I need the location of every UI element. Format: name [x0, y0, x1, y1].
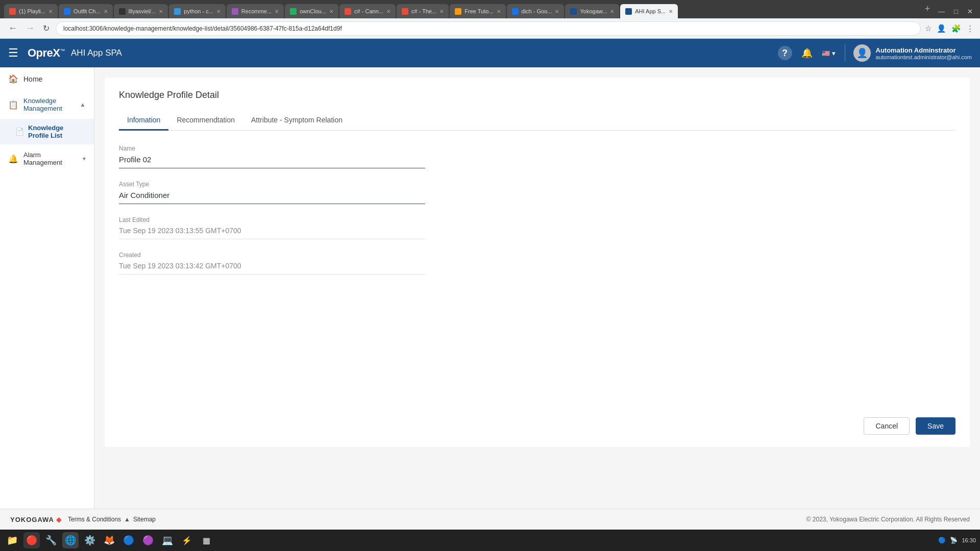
browser-tab-tab-free[interactable]: Free Tuto... ✕: [450, 4, 505, 18]
extension-icon[interactable]: 🧩: [951, 24, 961, 33]
hamburger-icon[interactable]: ☰: [8, 46, 18, 60]
sidebar-item-knowledge-profile-list[interactable]: 📄 Knowledge Profile List: [0, 119, 94, 144]
tab-label: Illyasviel/...: [129, 8, 156, 14]
maximize-button[interactable]: □: [951, 7, 961, 16]
tab-close-icon[interactable]: ✕: [555, 9, 559, 14]
close-button[interactable]: ✕: [964, 7, 976, 16]
app-header: ☰ OpreX™ AHI App SPA ? 🔔 🇺🇸 ▾ 👤 Automati…: [0, 39, 980, 67]
tab-close-icon[interactable]: ✕: [497, 9, 501, 14]
tab-favicon: [290, 8, 297, 15]
tab-close-icon[interactable]: ✕: [48, 9, 53, 14]
sidebar-item-alarm-management[interactable]: 🔔 Alarm Management ▾: [0, 144, 94, 173]
help-icon[interactable]: ?: [778, 46, 792, 60]
footer: YOKOGAWA ◆ Terms & Conditions ▲ Sitemap …: [0, 509, 980, 530]
browser-tab-tab-playlist[interactable]: (1) Playli... ✕: [4, 4, 58, 18]
tab-favicon: [455, 8, 461, 15]
page-title: Knowledge Profile Detail: [119, 90, 955, 101]
content-area: Knowledge Profile Detail Infomation Reco…: [94, 67, 980, 509]
browser-window-controls: — □ ✕: [935, 7, 976, 18]
browser-tab-tab-dich[interactable]: dich - Goo... ✕: [507, 4, 565, 18]
tab-favicon: [64, 8, 70, 15]
sitemap-link[interactable]: Sitemap: [133, 516, 156, 523]
field-last-edited: Last Edited Tue Sep 19 2023 03:13:55 GMT…: [119, 216, 955, 239]
cancel-button[interactable]: Cancel: [864, 417, 910, 435]
bottom-actions: Cancel Save: [119, 417, 955, 435]
notification-icon[interactable]: 🔔: [801, 47, 813, 59]
home-icon: 🏠: [8, 74, 18, 84]
tab-favicon: [119, 8, 126, 15]
tab-label: python - c...: [184, 8, 213, 14]
sidebar-item-kpl-label: Knowledge Profile List: [28, 124, 86, 139]
browser-action-icons: ☆ 👤 🧩 ⋮: [925, 24, 974, 33]
sidebar-item-knowledge-management[interactable]: 📋 Knowledge Management ▲: [0, 90, 94, 119]
last-edited-value: Tue Sep 19 2023 03:13:55 GMT+0700: [119, 227, 425, 239]
tab-close-icon[interactable]: ✕: [669, 9, 673, 14]
language-selector[interactable]: 🇺🇸 ▾: [822, 49, 836, 57]
content-card: Knowledge Profile Detail Infomation Reco…: [105, 78, 970, 447]
sidebar-item-home[interactable]: 🏠 Home: [0, 67, 94, 90]
sidebar-item-am-label: Alarm Management: [23, 151, 78, 166]
bookmark-icon[interactable]: ☆: [925, 24, 932, 33]
tab-label: (1) Playli...: [19, 8, 45, 14]
tabs-bar: Infomation Recommendtation Attribute - S…: [119, 111, 955, 131]
tab-close-icon[interactable]: ✕: [329, 9, 333, 14]
tab-close-icon[interactable]: ✕: [386, 9, 390, 14]
sidebar: 🏠 Home 📋 Knowledge Management ▲ 📄 Knowle…: [0, 67, 94, 509]
forward-button[interactable]: →: [23, 22, 37, 35]
settings-icon[interactable]: ⋮: [966, 24, 974, 33]
flag-icon: 🇺🇸: [822, 49, 830, 57]
browser-tab-tab-illyasviel[interactable]: Illyasviel/... ✕: [114, 4, 168, 18]
tab-label: ownClou...: [300, 8, 326, 14]
browser-tab-tab-owncloud[interactable]: ownClou... ✕: [285, 4, 338, 18]
save-button[interactable]: Save: [916, 417, 955, 435]
tab-favicon: [345, 8, 351, 15]
asset-type-label: Asset Type: [119, 181, 955, 188]
profile-icon[interactable]: 👤: [937, 24, 946, 33]
footer-links: Terms & Conditions ▲ Sitemap: [68, 516, 156, 523]
tab-close-icon[interactable]: ✕: [610, 9, 614, 14]
reload-button[interactable]: ↻: [41, 22, 52, 34]
chevron-down-icon: ▾: [832, 49, 836, 57]
tab-label: c# - Cann...: [354, 8, 383, 14]
new-tab-button[interactable]: +: [921, 2, 935, 16]
asset-type-value: Air Conditioner: [119, 191, 425, 204]
tab-label: c# - The...: [411, 8, 436, 14]
tab-close-icon[interactable]: ✕: [275, 9, 279, 14]
tab-label: Outfit Ch...: [74, 8, 101, 14]
browser-tab-tab-yokogawa[interactable]: Yokogaw... ✕: [565, 4, 619, 18]
avatar: 👤: [853, 44, 871, 62]
created-label: Created: [119, 252, 955, 259]
user-name: Automation Adminstrator: [876, 46, 972, 54]
last-edited-label: Last Edited: [119, 216, 955, 223]
tab-close-icon[interactable]: ✕: [159, 9, 163, 14]
chevron-down-icon: ▾: [83, 155, 86, 162]
knowledge-management-icon: 📋: [8, 100, 18, 110]
browser-tab-tab-ahi[interactable]: AHI App S... ✕: [620, 4, 678, 18]
tab-label: Recomme...: [241, 8, 272, 14]
browser-tabs: (1) Playli... ✕ Outfit Ch... ✕ Illyasvie…: [4, 4, 920, 18]
browser-tab-tab-the[interactable]: c# - The... ✕: [397, 4, 449, 18]
tab-close-icon[interactable]: ✕: [439, 9, 444, 14]
tab-attribute-symptom[interactable]: Attribute - Symptom Relation: [243, 111, 351, 131]
back-button[interactable]: ←: [6, 22, 19, 35]
tab-close-icon[interactable]: ✕: [104, 9, 108, 14]
minimize-button[interactable]: —: [935, 7, 948, 16]
tab-label: Yokogaw...: [580, 8, 607, 14]
tab-recommendation[interactable]: Recommendtation: [168, 111, 243, 131]
browser-tab-tab-recomme[interactable]: Recomme... ✕: [227, 4, 284, 18]
tab-label: AHI App S...: [635, 8, 666, 14]
field-asset-type: Asset Type Air Conditioner: [119, 181, 955, 204]
name-label: Name: [119, 145, 955, 152]
name-value: Profile 02: [119, 155, 425, 168]
browser-tab-tab-outfit[interactable]: Outfit Ch... ✕: [59, 4, 113, 18]
browser-tab-tab-cannon[interactable]: c# - Cann... ✕: [339, 4, 396, 18]
tab-favicon: [570, 8, 577, 15]
tab-close-icon[interactable]: ✕: [216, 9, 220, 14]
address-input[interactable]: localhost:3006/knowledge-management/know…: [56, 21, 921, 36]
app-wrapper: ☰ OpreX™ AHI App SPA ? 🔔 🇺🇸 ▾ 👤 Automati…: [0, 39, 980, 530]
tab-information[interactable]: Infomation: [119, 111, 168, 131]
terms-link[interactable]: Terms & Conditions: [68, 516, 121, 523]
browser-tab-tab-python[interactable]: python - c... ✕: [169, 4, 225, 18]
browser-title-bar: (1) Playli... ✕ Outfit Ch... ✕ Illyasvie…: [0, 0, 980, 18]
tab-favicon: [625, 8, 632, 15]
